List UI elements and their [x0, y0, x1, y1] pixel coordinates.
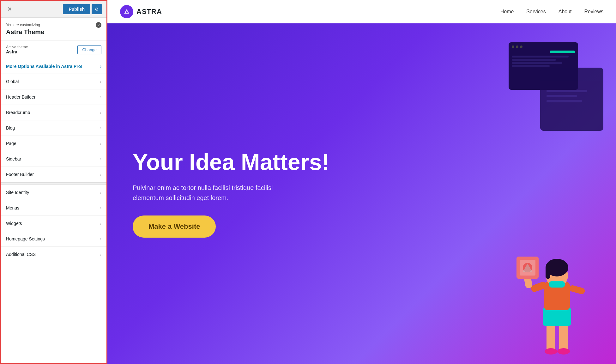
- hero-title: Your Idea Matters!: [133, 150, 329, 175]
- chevron-right-icon: ›: [100, 190, 101, 195]
- menu-item-site-identity[interactable]: Site Identity ›: [1, 185, 106, 200]
- chevron-right-icon: ›: [100, 94, 101, 100]
- menu-item-label: Additional CSS: [6, 252, 36, 257]
- cta-button[interactable]: Make a Website: [133, 215, 216, 238]
- active-theme-label: Active theme: [6, 45, 28, 49]
- sidebar-menu: Global › Header Builder › Breadcrumb › B…: [1, 74, 106, 363]
- nav-about[interactable]: About: [559, 9, 572, 15]
- browser-line: [550, 51, 575, 53]
- menu-item-label: Global: [6, 79, 19, 84]
- preview-area: ASTRA Home Services About Reviews Your I…: [107, 0, 616, 364]
- active-theme-value: Astra: [6, 49, 28, 54]
- menu-item-footer-builder[interactable]: Footer Builder ›: [1, 167, 106, 182]
- menu-item-label: Menus: [6, 205, 19, 210]
- svg-point-4: [545, 348, 557, 355]
- customizing-section: You are customizing ? Astra Theme: [1, 18, 106, 40]
- menu-item-label: Blog: [6, 125, 15, 130]
- menu-item-menus[interactable]: Menus ›: [1, 200, 106, 216]
- chevron-right-icon: ›: [100, 125, 101, 130]
- browser-dot: [516, 46, 518, 48]
- menu-item-label: Widgets: [6, 221, 22, 226]
- browser-content-line: [512, 65, 550, 67]
- chevron-right-icon: ›: [100, 205, 101, 210]
- menu-item-label: Sidebar: [6, 156, 21, 161]
- nav-services[interactable]: Services: [526, 9, 546, 15]
- browser-content-line: [512, 59, 556, 61]
- svg-point-1: [126, 11, 128, 13]
- logo-area: ASTRA: [120, 5, 162, 18]
- nav-reviews[interactable]: Reviews: [584, 9, 603, 15]
- active-theme-section: Active theme Astra Change: [1, 40, 106, 59]
- help-icon[interactable]: ?: [96, 22, 101, 28]
- dark-box-line: [547, 95, 577, 97]
- browser-lines: [512, 56, 575, 67]
- chevron-right-icon: ›: [100, 79, 101, 84]
- nav-links: Home Services About Reviews: [500, 9, 603, 15]
- menu-item-widgets[interactable]: Widgets ›: [1, 216, 106, 231]
- svg-rect-10: [546, 266, 550, 279]
- dark-box-lines: [540, 83, 603, 109]
- chevron-right-icon: ›: [100, 252, 101, 257]
- menu-item-blog[interactable]: Blog ›: [1, 120, 106, 136]
- gear-button[interactable]: ⚙: [92, 4, 102, 14]
- hero-illustration: [515, 238, 597, 358]
- astra-pro-banner[interactable]: More Options Available in Astra Pro! ›: [1, 59, 106, 74]
- sidebar-top-bar: ✕ Publish ⚙: [1, 1, 106, 18]
- customizer-sidebar: ✕ Publish ⚙ You are customizing ? Astra …: [0, 0, 107, 364]
- browser-content-line: [512, 62, 562, 64]
- menu-item-global[interactable]: Global ›: [1, 74, 106, 89]
- change-theme-button[interactable]: Change: [77, 45, 101, 54]
- publish-button[interactable]: Publish: [63, 4, 90, 14]
- menu-item-label: Site Identity: [6, 190, 29, 195]
- logo-text: ASTRA: [136, 8, 162, 16]
- menu-item-homepage-settings[interactable]: Homepage Settings ›: [1, 231, 106, 247]
- menu-item-additional-css[interactable]: Additional CSS ›: [1, 247, 106, 262]
- menu-item-header-builder[interactable]: Header Builder ›: [1, 89, 106, 105]
- chevron-right-icon: ›: [100, 64, 101, 69]
- svg-point-5: [557, 348, 570, 355]
- browser-dots: [512, 46, 575, 48]
- menu-item-page[interactable]: Page ›: [1, 136, 106, 151]
- svg-rect-2: [547, 323, 555, 351]
- svg-rect-18: [549, 281, 565, 288]
- menu-item-sidebar[interactable]: Sidebar ›: [1, 151, 106, 167]
- chevron-right-icon: ›: [100, 236, 101, 241]
- close-button[interactable]: ✕: [5, 5, 14, 13]
- customizing-label: You are customizing ?: [6, 22, 101, 28]
- menu-item-label: Breadcrumb: [6, 110, 30, 115]
- nav-home[interactable]: Home: [500, 9, 514, 15]
- menu-item-label: Homepage Settings: [6, 236, 45, 241]
- logo-icon: [120, 5, 133, 18]
- hero-content: Your Idea Matters! Pulvinar enim ac tort…: [133, 150, 329, 237]
- hero-subtitle: Pulvinar enim ac tortor nulla facilisi t…: [133, 183, 291, 203]
- menu-separator: [1, 182, 106, 185]
- preview-nav: ASTRA Home Services About Reviews: [107, 0, 616, 23]
- dark-box-decoration: [540, 68, 603, 131]
- chevron-right-icon: ›: [100, 221, 101, 226]
- chevron-right-icon: ›: [100, 172, 101, 177]
- dark-box-line: [547, 100, 582, 102]
- browser-dot: [512, 46, 514, 48]
- astra-pro-text: More Options Available in Astra Pro!: [6, 64, 82, 69]
- menu-item-label: Page: [6, 141, 16, 146]
- menu-item-label: Footer Builder: [6, 172, 34, 177]
- chevron-right-icon: ›: [100, 141, 101, 146]
- theme-name: Astra Theme: [6, 28, 101, 36]
- menu-item-breadcrumb[interactable]: Breadcrumb ›: [1, 105, 106, 120]
- dark-box-line: [547, 90, 587, 92]
- chevron-right-icon: ›: [100, 156, 101, 161]
- menu-item-label: Header Builder: [6, 94, 35, 100]
- browser-dot: [520, 46, 522, 48]
- hero-section: Your Idea Matters! Pulvinar enim ac tort…: [107, 23, 616, 364]
- svg-rect-17: [569, 285, 585, 295]
- browser-content-line: [512, 56, 569, 58]
- chevron-right-icon: ›: [100, 110, 101, 115]
